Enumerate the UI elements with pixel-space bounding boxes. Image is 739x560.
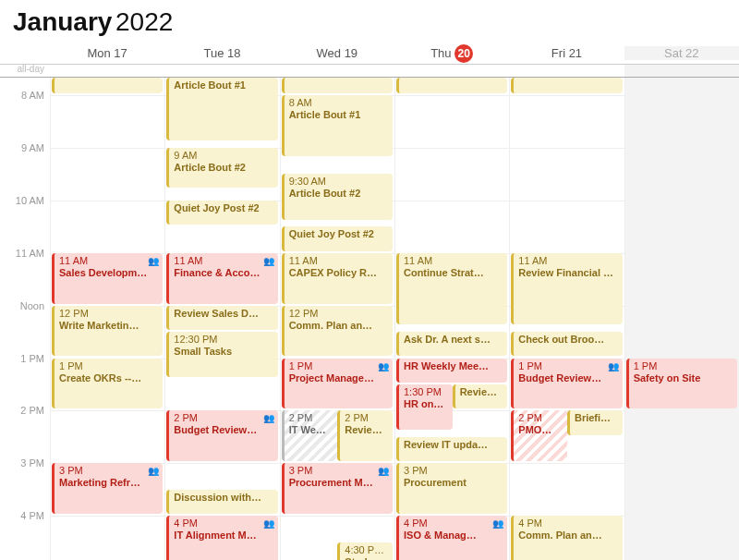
day-header-1[interactable]: Tue 18	[164, 46, 279, 60]
event-title: PMO…	[518, 424, 563, 436]
event[interactable]: Revie…	[453, 384, 508, 408]
day-col-4[interactable]: 11 AMReview Financial Report & Prepa…Che…	[509, 78, 624, 560]
event-time: 11 AM	[289, 255, 388, 267]
event-title: Article Bout #2	[174, 162, 273, 174]
event[interactable]: 4 PMIT Alignment M…👥	[166, 516, 277, 560]
event[interactable]: 4:30 P…Study…	[337, 542, 393, 560]
day-header-5[interactable]: Sat 22	[624, 46, 739, 60]
day-col-2[interactable]: 8 AMArticle Bout #19:30 AMArticle Bout #…	[280, 78, 394, 560]
event[interactable]: Review IT upda…	[396, 437, 507, 461]
event[interactable]: 1 PMCreate OKRs --…	[52, 359, 163, 409]
event[interactable]: 12:30 PMSmall Tasks	[166, 332, 277, 377]
all-day-label: all-day	[0, 65, 50, 77]
calendar-grid[interactable]: 8 AM9 AM10 AM11 AMNoon1 PM2 PM3 PM4 PM5 …	[0, 78, 739, 560]
allday-col-4[interactable]	[509, 65, 624, 77]
event-time: 9 AM	[174, 150, 273, 162]
day-col-5[interactable]: 1 PMSafety on SiteCheck-Out Mee…	[624, 78, 739, 560]
event[interactable]: Article Bout #1	[166, 78, 277, 140]
event-title: Review Sales D…	[174, 308, 273, 320]
event[interactable]: 11 AMCAPEX Policy R…	[282, 253, 393, 304]
day-header-2[interactable]: Wed 19	[280, 46, 394, 60]
event-title: Revie…	[460, 386, 503, 398]
event-title: Check out Broo…	[518, 334, 617, 346]
hour-label-16: 4 PM	[20, 510, 44, 521]
event[interactable]: 2 PMIT We…	[282, 410, 338, 461]
attendees-icon: 👥	[148, 465, 159, 477]
event[interactable]	[396, 78, 507, 93]
day-header-3[interactable]: Thu 20	[394, 44, 509, 63]
event[interactable]	[511, 78, 622, 93]
event[interactable]: 1 PMProject Manage…👥	[282, 359, 393, 409]
event[interactable]: 1 PMSafety on Site	[626, 359, 737, 409]
event-title: Quiet Joy Post #2	[174, 202, 273, 214]
event-title: Procurement M…	[289, 477, 388, 489]
event-time: 1 PM	[59, 360, 158, 372]
all-day-row: all-day	[0, 65, 739, 78]
hour-label-14: 2 PM	[20, 405, 44, 416]
attendees-icon: 👥	[378, 465, 389, 477]
event[interactable]: 9 AMArticle Bout #2	[166, 148, 277, 189]
allday-col-1[interactable]	[164, 65, 279, 77]
event[interactable]: Ask Dr. A next s…	[396, 332, 507, 356]
event-time: 3 PM	[404, 465, 503, 477]
event[interactable]: Check out Broo…	[511, 332, 622, 356]
event-time: 11 AM	[174, 255, 273, 267]
event[interactable]: 4 PMISO & Manag…👥	[396, 516, 507, 560]
event-title: IT Alignment M…	[174, 530, 273, 542]
allday-col-0[interactable]	[50, 65, 164, 77]
day-col-1[interactable]: Article Bout #19 AMArticle Bout #2Quiet …	[164, 78, 279, 560]
event[interactable]: 3 PMMarketing Refr…👥	[52, 463, 163, 514]
event-title: IT We…	[289, 424, 333, 436]
event[interactable]: Briefi…	[567, 410, 623, 434]
allday-col-2[interactable]	[280, 65, 394, 77]
event[interactable]: 2 PMPMO…	[511, 410, 567, 461]
day-header-4[interactable]: Fri 21	[509, 46, 624, 60]
event[interactable]: 11 AMContinue Strat…	[396, 253, 507, 325]
event-time: 12 PM	[59, 308, 158, 320]
event[interactable]	[52, 78, 163, 93]
event[interactable]: 4 PMComm. Plan an…	[511, 516, 622, 560]
event-title: ISO & Manag…	[404, 530, 503, 542]
event-title: Continue Strat…	[404, 267, 503, 279]
allday-col-5[interactable]	[624, 65, 739, 77]
hour-label-9: 9 AM	[21, 142, 44, 153]
hour-label-11: 11 AM	[16, 248, 44, 259]
event[interactable]: 12 PMComm. Plan an…	[282, 306, 393, 357]
event[interactable]: 11 AMReview Financial Report & Prepa…	[511, 253, 622, 325]
event[interactable]: Review Sales D…	[166, 306, 277, 330]
event[interactable]: 3 PMProcurement M…👥	[282, 463, 393, 514]
event[interactable]	[282, 78, 393, 93]
event[interactable]: 2 PMBudget Review…👥	[166, 410, 277, 461]
attendees-icon: 👥	[148, 255, 159, 267]
event[interactable]: 8 AMArticle Bout #1	[282, 95, 393, 156]
event[interactable]: 1:30 PMHR on…	[396, 384, 453, 430]
event[interactable]: Quiet Joy Post #2	[166, 201, 277, 225]
event-time: 4 PM	[518, 517, 617, 530]
event-time: 12 PM	[289, 308, 388, 320]
event-time: 4:30 P…	[345, 544, 388, 556]
event-time: 3 PM	[289, 465, 388, 477]
event[interactable]: Quiet Joy Post #2	[282, 226, 393, 250]
event[interactable]: HR Weekly Mee…	[396, 359, 507, 383]
hour-label-12: Noon	[20, 300, 44, 311]
day-header-0[interactable]: Mon 17	[50, 46, 164, 60]
title-month: January	[13, 7, 112, 36]
event-title: Ask Dr. A next s…	[404, 334, 503, 346]
allday-col-3[interactable]	[394, 65, 509, 77]
event-time: 3 PM	[59, 465, 158, 477]
event-title: Article Bout #1	[174, 79, 273, 91]
hour-label-15: 3 PM	[20, 457, 44, 469]
event[interactable]: Discussion with…	[166, 490, 277, 514]
day-col-0[interactable]: 11 AMSales Developm…👥12 PMWrite Marketin…	[50, 78, 164, 560]
event-title: CAPEX Policy R…	[289, 267, 388, 279]
event[interactable]: 12 PMWrite Marketin…	[52, 306, 163, 357]
day-col-3[interactable]: 11 AMContinue Strat…Ask Dr. A next s…HR …	[394, 78, 509, 560]
event[interactable]: 1 PMBudget Review…👥	[511, 359, 622, 409]
day-columns[interactable]: 11 AMSales Developm…👥12 PMWrite Marketin…	[50, 78, 739, 560]
attendees-icon: 👥	[378, 360, 389, 372]
event[interactable]: 11 AMFinance & Acco…👥	[166, 253, 277, 304]
event[interactable]: 9:30 AMArticle Bout #2	[282, 174, 393, 219]
event[interactable]: 2 PMRevie…	[337, 410, 393, 461]
event[interactable]: 3 PMProcurement	[396, 463, 507, 514]
event[interactable]: 11 AMSales Developm…👥	[52, 253, 163, 304]
